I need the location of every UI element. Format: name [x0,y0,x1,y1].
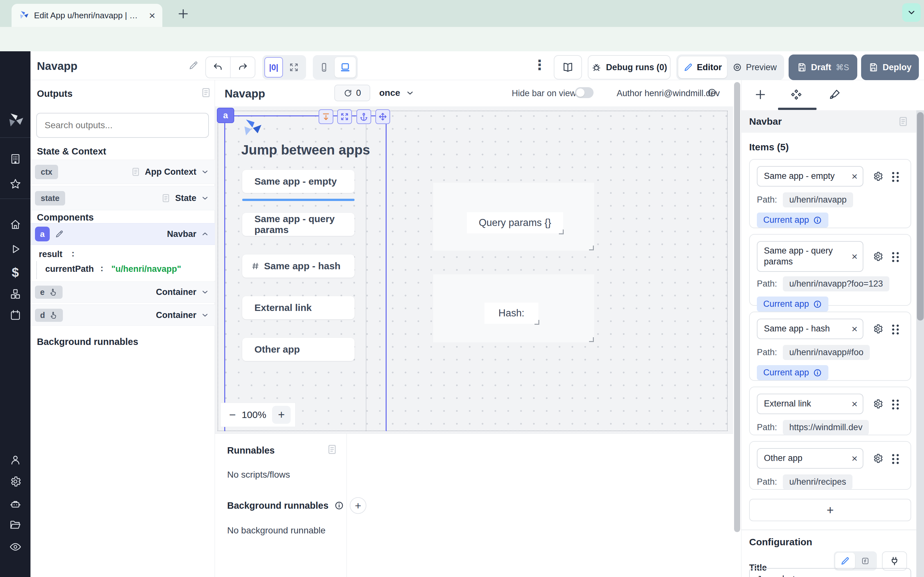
close-icon[interactable]: × [851,171,858,181]
runnables-doc-icon[interactable] [326,444,338,455]
runs-play-icon[interactable] [0,243,31,255]
close-icon[interactable]: × [851,453,858,464]
chevron-down-icon[interactable] [201,311,209,319]
path-value[interactable]: u/henri/navapp?foo=123 [783,276,889,292]
drag-handle-icon[interactable] [891,171,900,182]
doc-icon[interactable] [131,167,141,177]
path-value[interactable]: u/henri/navapp [783,192,853,207]
rename-pencil-icon[interactable] [188,60,199,71]
chevron-down-icon[interactable] [201,194,209,202]
close-icon[interactable]: × [851,251,858,261]
item-label-input[interactable]: Other app × [757,448,863,469]
chevron-up-icon[interactable] [201,230,209,238]
info-icon[interactable] [813,300,822,309]
gear-icon[interactable] [872,171,883,182]
resize-handle[interactable] [559,229,564,234]
move-tool-icon[interactable] [375,109,390,124]
folders-icon[interactable] [0,519,31,531]
favorites-star-icon[interactable] [0,178,31,190]
anchor-tool-icon[interactable] [357,109,371,124]
path-value[interactable]: u/henri/navapp#foo [783,345,870,360]
docs-book-button[interactable] [554,55,582,79]
workers-robot-icon[interactable] [0,498,31,511]
hash-container[interactable]: Hash: [433,274,594,342]
nav-item-hash[interactable]: Same app - hash [242,255,355,277]
chevron-down-icon[interactable] [405,89,415,97]
schedules-calendar-icon[interactable] [0,309,31,321]
debug-runs-button[interactable]: Debug runs (0) [588,55,670,79]
zoom-in-button[interactable]: + [272,406,291,424]
state-row[interactable]: state State [31,186,215,210]
navbar-component-row[interactable]: a Navbar [31,223,215,245]
currentpath-value[interactable]: "u/henri/navapp" [111,264,181,274]
fn-expression-button[interactable] [855,556,876,566]
currentpath-key[interactable]: currentPath [45,264,94,274]
resize-handle[interactable] [589,245,594,250]
styling-brush-tab[interactable] [829,89,841,101]
browser-tab[interactable]: Edit App u/henri/navapp | Win × [11,4,162,27]
add-background-runnable-button[interactable]: + [350,497,367,514]
item-label-input[interactable]: Same app - query params × [757,241,863,272]
users-person-icon[interactable] [0,454,31,466]
workspace-building-icon[interactable] [0,153,31,165]
panel-scrollbar-track[interactable] [916,110,924,577]
tab-close-icon[interactable]: × [149,10,155,21]
ctx-row[interactable]: ctx App Context [31,160,215,184]
resize-handle[interactable] [589,337,594,342]
nav-item-query-params[interactable]: Same app - query params [242,213,355,236]
search-outputs-input[interactable] [36,113,209,138]
info-icon[interactable] [813,368,822,377]
tab-strip-chevron-button[interactable] [902,3,921,22]
add-item-button[interactable]: + [749,499,911,521]
resources-cubes-icon[interactable] [0,288,31,300]
static-value-pencil-button[interactable] [835,553,855,569]
new-tab-button[interactable] [177,8,189,20]
state-key[interactable]: state [35,191,65,205]
result-key[interactable]: result [39,250,63,259]
canvas-grid[interactable]: a Jump between apps Same app - empty Sam… [215,106,733,434]
info-icon[interactable] [334,501,344,510]
item-label-input[interactable]: Same app - empty × [757,166,863,187]
drag-handle-icon[interactable] [891,251,900,262]
item-label-input[interactable]: External link × [757,394,863,414]
billing-dollar-icon[interactable]: $ [0,266,31,280]
fullscreen-tool-icon[interactable] [337,109,352,124]
component-doc-icon[interactable] [898,116,909,127]
container-e-row[interactable]: e Container [31,282,215,303]
main-scrollbar-thumb[interactable] [734,82,740,532]
drag-handle-icon[interactable] [891,398,900,410]
undo-button[interactable] [206,62,230,73]
audit-eye-icon[interactable] [0,541,31,553]
resize-handle[interactable] [535,320,540,325]
gear-icon[interactable] [872,251,883,262]
constrained-width-button[interactable]: |0| [264,57,283,77]
editor-tab[interactable]: Editor [678,56,727,78]
close-icon[interactable]: × [851,399,858,409]
insert-component-tab[interactable] [754,89,766,101]
draft-button[interactable]: Draft ⌘S [788,55,857,80]
nav-item-external-link[interactable]: External link [242,296,355,319]
info-icon[interactable] [813,216,822,225]
settings-gear-icon[interactable] [0,475,31,488]
desktop-view-button[interactable] [334,57,356,77]
query-params-container[interactable]: Query params {} [433,183,594,251]
home-icon[interactable] [0,218,31,230]
component-settings-tab[interactable] [790,89,803,101]
nav-item-same-app-empty[interactable]: Same app - empty [242,170,355,193]
close-icon[interactable]: × [851,324,858,334]
gear-icon[interactable] [872,398,883,409]
gear-icon[interactable] [872,453,883,464]
connect-plug-button[interactable] [882,551,907,571]
mobile-view-button[interactable] [315,62,333,73]
redo-button[interactable] [231,62,255,73]
container-d-badge[interactable]: d [35,309,63,322]
edit-pencil-icon[interactable] [55,229,64,239]
full-width-button[interactable] [284,62,304,73]
chevron-down-icon[interactable] [201,288,209,296]
path-value[interactable]: https://windmill.dev [783,420,869,435]
deploy-button[interactable]: Deploy [861,55,919,80]
title-value-input[interactable]: Jump between apps [749,568,911,577]
nav-item-other-app[interactable]: Other app [242,338,355,361]
zoom-out-button[interactable]: − [229,409,236,421]
panel-scrollbar-thumb[interactable] [917,112,924,321]
